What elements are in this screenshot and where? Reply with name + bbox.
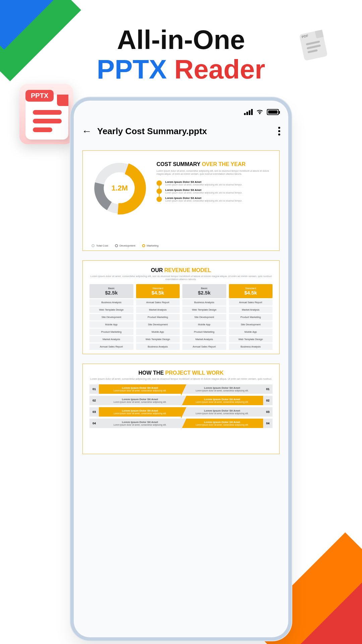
slide2-subtitle: Lorem ipsum dolor sit amet, consectetur … — [89, 275, 273, 281]
step-row: 02 Lorem Ipsum Dolor Sit AmetLorem ipsum… — [89, 396, 273, 405]
signal-icon — [244, 109, 253, 115]
phone-frame: ← Yearly Cost Summary.pptx 1.2M COST SUM… — [74, 101, 288, 637]
legend-item: Marketing — [142, 244, 159, 247]
bullet-point: Lorem Ipsum Dolor Sit AmetLorem ipsum do… — [157, 180, 269, 186]
legend-item: Total Cost — [92, 244, 108, 247]
slide-list[interactable]: 1.2M COST SUMMARY OVER THE YEAR Lorem ip… — [74, 143, 288, 462]
bullet-point: Lorem Ipsum Dolor Sit AmetLorem ipsum do… — [157, 189, 269, 194]
price-column: Basic$2.5kBusiness AnalysisWeb Template … — [182, 284, 226, 350]
pptx-file-icon: PPTX — [19, 84, 73, 144]
slide3-title: HOW THE PROJECT WILL WORK — [89, 370, 273, 376]
battery-icon — [267, 109, 279, 115]
price-column: Standard$4.5kAnnual Sales ReportMarket A… — [229, 284, 273, 350]
slide-3[interactable]: HOW THE PROJECT WILL WORK Lorem ipsum do… — [82, 364, 280, 454]
more-menu-button[interactable] — [278, 127, 280, 136]
pdf-doc-label: PDF — [301, 34, 309, 39]
wifi-icon — [256, 108, 263, 116]
pptx-badge: PPTX — [25, 90, 54, 102]
donut-chart: 1.2M — [92, 160, 155, 216]
chart-legend: Total CostDevelopmentMarketing — [92, 244, 159, 247]
status-bar — [74, 101, 288, 119]
project-steps: 01 Lorem Ipsum Dolor Sit AmetLorem ipsum… — [89, 384, 273, 428]
slide-2[interactable]: OUR REVENUE MODEL Lorem ipsum dolor sit … — [82, 260, 280, 354]
slide2-title: OUR REVENUE MODEL — [89, 267, 273, 273]
slide3-subtitle: Lorem ipsum dolor sit amet, consectetur … — [89, 377, 273, 380]
file-title: Yearly Cost Summary.pptx — [97, 126, 273, 137]
donut-center-value: 1.2M — [92, 160, 148, 216]
bullet-point: Lorem Ipsum Dolor Sit AmetLorem ipsum do… — [157, 197, 269, 202]
price-column: Standard$4.5kAnnual Sales ReportMarket A… — [136, 284, 180, 350]
pricing-table: Basic$2.5kBusiness AnalysisWeb Template … — [89, 284, 273, 350]
step-row: 04 Lorem Ipsum Dolor Sit AmetLorem ipsum… — [89, 419, 273, 428]
step-row: 01 Lorem Ipsum Dolor Sit AmetLorem ipsum… — [89, 384, 273, 394]
slide-1[interactable]: 1.2M COST SUMMARY OVER THE YEAR Lorem ip… — [82, 150, 280, 251]
headline-pptx: PPTX — [97, 54, 167, 84]
app-bar: ← Yearly Cost Summary.pptx — [74, 119, 288, 143]
headline-reader: Reader — [174, 54, 265, 84]
price-column: Basic$2.5kBusiness AnalysisWeb Template … — [89, 284, 133, 350]
back-button[interactable]: ← — [82, 125, 92, 137]
legend-item: Development — [115, 244, 135, 247]
slide1-subtitle: Lorem ipsum dolor sit amet, consectetur … — [157, 169, 269, 176]
step-row: 03 Lorem Ipsum Dolor Sit AmetLorem ipsum… — [89, 407, 273, 417]
slide1-title: COST SUMMARY OVER THE YEAR — [157, 161, 269, 167]
